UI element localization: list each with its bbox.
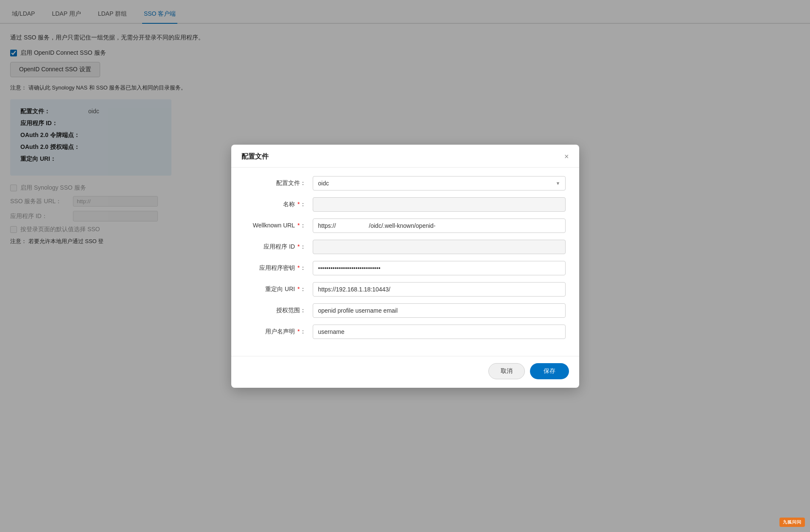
cancel-button[interactable]: 取消	[488, 363, 525, 379]
redirect-uri-input[interactable]	[313, 282, 566, 297]
overlay: 配置文件 × 配置文件： oidc 名称 *： Wellknow	[0, 0, 810, 532]
form-label-username-claim: 用户名声明 *：	[245, 328, 313, 336]
dialog-title: 配置文件	[241, 152, 269, 161]
form-row-scope: 授权范围：	[245, 303, 566, 318]
form-label-appsecret: 应用程序密钥 *：	[245, 264, 313, 272]
form-row-appid: 应用程序 ID *：	[245, 240, 566, 254]
form-label-profile: 配置文件：	[245, 179, 313, 187]
form-label-wellknown: Wellknown URL *：	[245, 222, 313, 230]
form-row-wellknown: Wellknown URL *：	[245, 218, 566, 233]
name-input[interactable]	[313, 197, 566, 212]
required-star-appid: *	[296, 243, 300, 250]
username-claim-input[interactable]	[313, 325, 566, 339]
appid-input[interactable]	[313, 240, 566, 254]
form-label-appid: 应用程序 ID *：	[245, 243, 313, 251]
save-button[interactable]: 保存	[530, 363, 569, 379]
dialog-header: 配置文件 ×	[231, 145, 579, 168]
appsecret-input[interactable]	[313, 261, 566, 275]
required-star-name: *	[296, 201, 300, 207]
scope-input[interactable]	[313, 303, 566, 318]
dialog-footer: 取消 保存	[231, 356, 579, 388]
form-row-redirect: 重定向 URI *：	[245, 282, 566, 297]
form-row-profile: 配置文件： oidc	[245, 176, 566, 190]
dialog: 配置文件 × 配置文件： oidc 名称 *： Wellknow	[231, 145, 579, 388]
required-star-wellknown: *	[296, 222, 300, 229]
form-row-username-claim: 用户名声明 *：	[245, 325, 566, 339]
form-row-appsecret: 应用程序密钥 *：	[245, 261, 566, 275]
profile-select[interactable]: oidc	[313, 176, 566, 190]
form-label-name: 名称 *：	[245, 201, 313, 208]
dialog-close-button[interactable]: ×	[564, 153, 569, 160]
required-star-appsecret: *	[296, 264, 300, 271]
dialog-body: 配置文件： oidc 名称 *： Wellknown URL *：	[231, 168, 579, 354]
required-star-redirect: *	[296, 286, 300, 292]
form-label-redirect: 重定向 URI *：	[245, 286, 313, 293]
form-label-scope: 授权范围：	[245, 307, 313, 314]
form-row-name: 名称 *：	[245, 197, 566, 212]
watermark: 九狐问问	[779, 518, 805, 527]
form-select-wrapper-profile: oidc	[313, 176, 566, 190]
required-star-username-claim: *	[296, 328, 300, 335]
wellknown-url-input[interactable]	[313, 218, 566, 233]
